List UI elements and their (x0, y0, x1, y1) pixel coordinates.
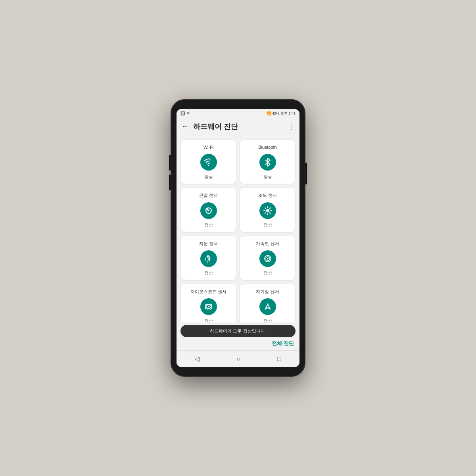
page-title: 하드웨어 진단 (193, 122, 288, 131)
svg-line-9 (269, 207, 270, 208)
wifi-status: 정상 (204, 174, 213, 180)
nav-home-button[interactable]: ○ (236, 355, 240, 363)
light-icon (263, 206, 273, 215)
card-magnetic[interactable]: 자기장 센서 정상 (240, 284, 296, 322)
fingerprint-icon-circle (200, 250, 217, 267)
proximity-icon-circle (200, 202, 217, 219)
svg-line-10 (265, 212, 265, 213)
back-button[interactable]: ← (181, 122, 188, 131)
power-button[interactable] (305, 163, 307, 184)
gyroscope-icon (204, 302, 213, 311)
card-light[interactable]: 조도 센서 정 (240, 187, 296, 232)
magnetic-status: 정상 (263, 318, 272, 322)
svg-point-19 (267, 306, 269, 308)
status-bar: 🔲 👁 📶 40% 오후 3:49 (177, 109, 299, 118)
wifi-icon (204, 157, 213, 167)
card-accelerometer[interactable]: 가속도 센서 정상 (240, 236, 296, 280)
gyroscope-icon-circle (200, 298, 217, 315)
wifi-title: Wi-Fi (203, 144, 214, 150)
svg-point-16 (208, 306, 209, 307)
content-area: Wi-Fi 정상 Bluetooth (177, 135, 299, 322)
bottom-area: 하드웨어가 모두 정상입니다. 전체 진단 (177, 322, 299, 350)
card-fingerprint[interactable]: 지문 센서 정상 (180, 236, 236, 280)
full-diagnose-row: 전체 진단 (180, 340, 296, 347)
svg-line-7 (265, 207, 265, 208)
card-gyroscope[interactable]: 자이로스코프 센서 정상 (180, 284, 236, 322)
status-left: 🔲 👁 (180, 111, 190, 115)
proximity-status: 정상 (204, 222, 213, 228)
card-proximity[interactable]: 근접 센서 정상 (180, 187, 236, 232)
fingerprint-icon (204, 254, 213, 263)
fingerprint-title: 지문 센서 (199, 241, 218, 246)
screen-icon: 👁 (186, 111, 190, 115)
row-4: 자이로스코프 센서 정상 자기장 센서 (180, 284, 296, 322)
phone-screen: 🔲 👁 📶 40% 오후 3:49 ← 하드웨어 진단 ⋮ Wi-Fi (177, 109, 299, 367)
nav-recent-button[interactable]: □ (277, 355, 281, 363)
bluetooth-status: 정상 (263, 174, 272, 180)
accelerometer-icon-circle (259, 250, 276, 267)
status-right: 📶 40% 오후 3:49 (267, 111, 296, 116)
magnetic-icon (263, 302, 273, 311)
magnetic-icon-circle (259, 298, 276, 315)
svg-point-13 (267, 258, 269, 259)
row-2: 근접 센서 정상 조도 센서 (180, 187, 296, 232)
nav-bar: ◁ ○ □ (177, 350, 299, 367)
fingerprint-status: 정상 (204, 270, 213, 276)
svg-line-8 (269, 212, 270, 213)
wifi-icon-circle (200, 154, 217, 171)
bluetooth-title: Bluetooth (258, 144, 276, 150)
title-bar: ← 하드웨어 진단 ⋮ (177, 118, 299, 135)
svg-point-0 (208, 165, 209, 166)
menu-button[interactable]: ⋮ (288, 122, 295, 131)
magnetic-title: 자기장 센서 (256, 289, 279, 294)
toast-message: 하드웨어가 모두 정상입니다. (180, 325, 296, 337)
accelerometer-title: 가속도 센서 (256, 241, 279, 246)
bluetooth-icon (263, 157, 273, 167)
battery-icon: 🔲 (180, 111, 185, 115)
nav-back-button[interactable]: ◁ (195, 355, 200, 363)
vol-down-button[interactable] (169, 175, 171, 190)
light-status: 정상 (263, 222, 272, 228)
row-3: 지문 센서 정상 가속도 센서 (180, 236, 296, 280)
vol-up-button[interactable] (169, 155, 171, 171)
card-bluetooth[interactable]: Bluetooth 정상 (240, 139, 296, 184)
svg-point-1 (208, 210, 209, 211)
svg-point-2 (266, 209, 269, 212)
proximity-title: 근접 센서 (199, 192, 218, 198)
proximity-icon (204, 206, 213, 215)
light-icon-circle (259, 202, 276, 219)
card-wifi[interactable]: Wi-Fi 정상 (180, 139, 236, 184)
gyroscope-title: 자이로스코프 센서 (190, 289, 226, 294)
phone-frame: 🔲 👁 📶 40% 오후 3:49 ← 하드웨어 진단 ⋮ Wi-Fi (171, 99, 305, 377)
bluetooth-icon-circle (259, 154, 276, 171)
signal-icon: 📶 (267, 111, 271, 115)
gyroscope-status: 정상 (204, 318, 213, 322)
time-display: 오후 3:49 (280, 111, 296, 116)
light-title: 조도 센서 (258, 192, 277, 198)
row-1: Wi-Fi 정상 Bluetooth (180, 139, 296, 184)
full-diagnose-button[interactable]: 전체 진단 (272, 340, 294, 346)
accelerometer-icon (263, 254, 273, 263)
battery-pct: 40% (272, 111, 279, 115)
accelerometer-status: 정상 (263, 270, 272, 276)
